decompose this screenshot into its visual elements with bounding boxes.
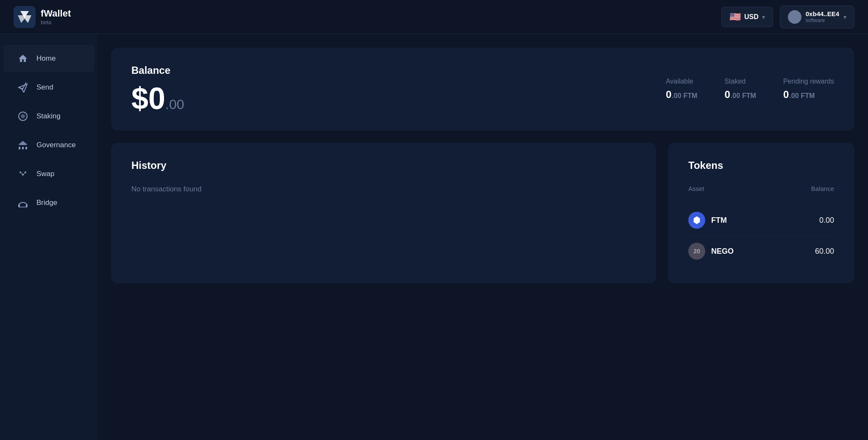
svg-rect-13 [26,205,28,207]
sidebar-item-home-label: Home [36,54,56,63]
sidebar-item-send[interactable]: Send [3,74,94,101]
header: fWallet beta 🇺🇸 USD ▾ 0xb44..EE4 softwar… [0,0,868,34]
no-transactions-message: No transactions found [131,185,636,193]
stat-pending-rewards: Pending rewards 0.00 FTM [783,78,834,101]
wallet-avatar [788,10,801,24]
wallet-address: 0xb44..EE4 [806,10,839,17]
sidebar-item-staking-label: Staking [36,112,61,121]
sidebar-item-bridge[interactable]: Bridge [3,189,94,216]
token-row-nego: 20 NEGO 60.00 [688,236,834,266]
sidebar-item-home[interactable]: Home [3,45,94,72]
col-header-asset: Asset [688,185,704,192]
logo-area: fWallet beta [14,6,71,28]
history-title: History [131,160,636,171]
svg-line-10 [20,172,23,175]
balance-amount: $0 .00 [131,83,184,114]
history-card: History No transactions found [111,143,656,283]
token-row-ftm: FTM 0.00 [688,205,834,236]
balance-card: Balance $0 .00 Available 0.00 FTM Staked [111,48,854,131]
sidebar-item-governance[interactable]: Governance [3,132,94,159]
staking-icon [17,110,29,122]
logo-icon [14,6,36,28]
token-ftm-left: FTM [688,212,727,229]
wallet-type: software [806,17,839,23]
governance-icon [17,139,29,151]
wallet-selector[interactable]: 0xb44..EE4 software ▾ [780,6,854,28]
header-right: 🇺🇸 USD ▾ 0xb44..EE4 software ▾ [721,6,854,28]
svg-point-2 [21,114,25,118]
logo-text: fWallet beta [41,8,71,25]
stat-available: Available 0.00 FTM [666,78,697,101]
stat-pending-label: Pending rewards [783,78,834,85]
sidebar-item-staking[interactable]: Staking [3,103,94,130]
main-content: Balance $0 .00 Available 0.00 FTM Staked [97,34,868,440]
currency-flag: 🇺🇸 [729,11,741,22]
svg-marker-15 [694,216,700,224]
currency-label: USD [744,13,759,21]
bottom-row: History No transactions found Tokens Ass… [111,143,854,283]
balance-left: Balance $0 .00 [131,64,184,114]
nego-icon: 20 [688,243,705,260]
nego-balance: 60.00 [815,247,834,256]
send-icon [17,81,29,93]
col-header-balance: Balance [811,185,834,192]
token-nego-left: 20 NEGO [688,243,734,260]
sidebar-item-governance-label: Governance [36,141,76,149]
ftm-icon [688,212,705,229]
sidebar-item-send-label: Send [36,83,53,92]
tokens-card: Tokens Asset Balance FTM 0.00 [668,143,854,283]
balance-title: Balance [131,64,184,76]
svg-rect-6 [25,147,27,149]
svg-rect-3 [19,147,20,149]
tokens-title: Tokens [688,160,834,171]
wallet-info: 0xb44..EE4 software [806,10,839,23]
currency-chevron-icon: ▾ [762,14,765,20]
currency-selector[interactable]: 🇺🇸 USD ▾ [721,7,773,27]
stat-available-value: 0.00 FTM [666,89,697,101]
swap-icon [17,168,29,180]
stat-pending-value: 0.00 FTM [783,89,834,101]
sidebar: Home Send Staking Governance Swap [0,34,97,440]
logo-title: fWallet [41,8,71,19]
logo-subtitle: beta [41,19,71,25]
ftm-balance: 0.00 [819,216,834,225]
sidebar-item-swap[interactable]: Swap [3,160,94,188]
main-layout: Home Send Staking Governance Swap [0,34,868,440]
home-icon [17,53,29,64]
tokens-col-headers: Asset Balance [688,185,834,196]
stat-staked: Staked 0.00 FTM [724,78,756,101]
ftm-name: FTM [711,216,727,225]
svg-rect-12 [18,205,20,207]
svg-line-11 [23,172,25,175]
balance-dollar: $0 [131,83,165,114]
sidebar-item-bridge-label: Bridge [36,199,57,207]
stat-available-label: Available [666,78,697,85]
wallet-chevron-icon: ▾ [843,14,846,20]
balance-cents: .00 [165,97,184,112]
nego-name: NEGO [711,247,734,256]
bridge-icon [17,197,29,209]
stat-staked-label: Staked [724,78,756,85]
svg-rect-5 [22,147,24,149]
balance-stats: Available 0.00 FTM Staked 0.00 FTM Pendi… [666,78,834,101]
stat-staked-value: 0.00 FTM [724,89,756,101]
sidebar-item-swap-label: Swap [36,170,55,178]
